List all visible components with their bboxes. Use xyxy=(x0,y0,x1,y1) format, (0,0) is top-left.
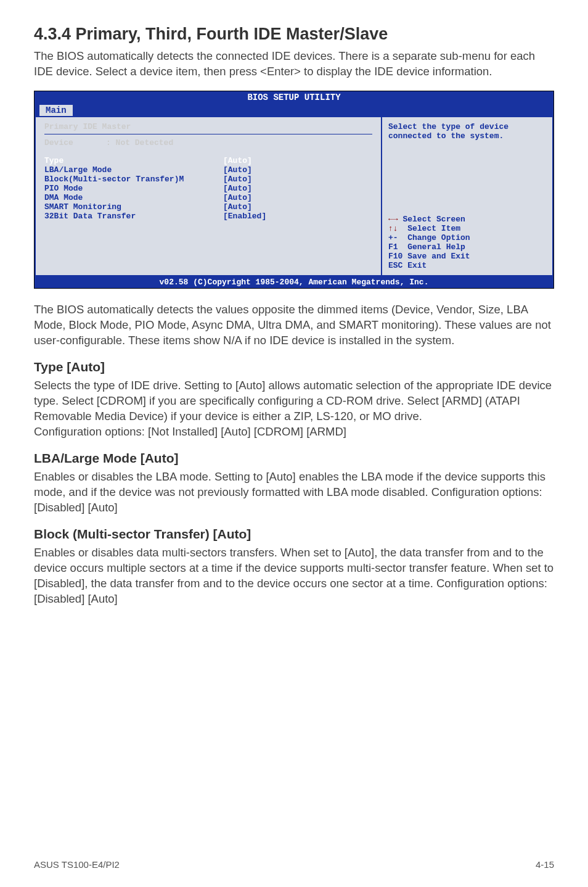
bios-setting-value: [Auto] xyxy=(223,184,252,193)
bios-setting-key: Block(Multi-sector Transfer)M xyxy=(44,175,223,184)
bios-help-text: Select the type of device connected to t… xyxy=(388,122,546,141)
bios-setting-key: LBA/Large Mode xyxy=(44,165,223,175)
arrow-ud-icon: ↑↓ xyxy=(388,224,398,233)
subsection-heading: Block (Multi-sector Transfer) [Auto] xyxy=(34,527,554,542)
bios-setting-value: [Enabled] xyxy=(223,212,266,221)
bios-setting-key: PIO Mode xyxy=(44,184,223,193)
bios-setting-key: 32Bit Data Transfer xyxy=(44,212,223,221)
nav-f10: F10 xyxy=(388,252,402,261)
bios-device-value: : Not Detected xyxy=(106,138,173,147)
nav-select-item: Select Item xyxy=(407,224,460,233)
bios-setting-key: Type xyxy=(44,156,223,165)
bios-setting-value: [Auto] xyxy=(223,193,252,202)
arrow-lr-icon: ←→ xyxy=(388,215,398,224)
bios-screenshot: BIOS SETUP UTILITY Main Primary IDE Mast… xyxy=(34,91,554,289)
bios-setting-key: DMA Mode xyxy=(44,193,223,202)
bios-setting-key: SMART Monitoring xyxy=(44,202,223,212)
bios-left-panel: Primary IDE Master Device : Not Detected… xyxy=(35,116,381,276)
subsection-heading: Type [Auto] xyxy=(34,360,554,374)
nav-plus-minus: +- xyxy=(388,233,398,242)
bios-nav-help: ←→ Select Screen ↑↓ Select Item +- Chang… xyxy=(388,215,546,270)
paragraph-auto-detect: The BIOS automatically detects the value… xyxy=(34,302,554,349)
subsection-body: Enables or disables the LBA mode. Settin… xyxy=(34,469,554,516)
bios-setting-value: [Auto] xyxy=(223,175,252,184)
bios-setting-row: Block(Multi-sector Transfer)M [Auto] xyxy=(44,175,372,184)
bios-tab-main: Main xyxy=(39,105,73,116)
subsection-body: Selects the type of IDE drive. Setting t… xyxy=(34,378,554,440)
bios-setting-value: [Auto] xyxy=(223,202,252,212)
bios-panel-title: Primary IDE Master xyxy=(44,122,372,131)
nav-f1: F1 xyxy=(388,242,398,252)
nav-select-screen: Select Screen xyxy=(402,215,465,224)
intro-paragraph: The BIOS automatically detects the conne… xyxy=(34,49,554,80)
bios-setting-row: DMA Mode [Auto] xyxy=(44,193,372,202)
page-footer: ASUS TS100-E4/PI2 4-15 xyxy=(34,859,554,870)
bios-setting-row: 32Bit Data Transfer [Enabled] xyxy=(44,212,372,221)
nav-general-help: General Help xyxy=(407,242,465,252)
footer-product: ASUS TS100-E4/PI2 xyxy=(34,859,120,870)
section-heading: 4.3.4 Primary, Third, Fourth IDE Master/… xyxy=(34,25,554,44)
bios-setting-row: Type [Auto] xyxy=(44,156,372,165)
nav-save-exit: Save and Exit xyxy=(407,252,470,261)
bios-setting-row: PIO Mode [Auto] xyxy=(44,184,372,193)
bios-setting-value: [Auto] xyxy=(223,165,252,175)
bios-device-row: Device : Not Detected xyxy=(44,138,372,150)
bios-setting-row: SMART Monitoring [Auto] xyxy=(44,202,372,212)
bios-setting-value: [Auto] xyxy=(223,156,252,165)
bios-tab-row: Main xyxy=(35,104,553,116)
nav-exit: Exit xyxy=(407,261,427,270)
nav-esc: ESC xyxy=(388,261,402,270)
bios-setting-row: LBA/Large Mode [Auto] xyxy=(44,165,372,175)
subsection-heading: LBA/Large Mode [Auto] xyxy=(34,451,554,466)
footer-page-number: 4-15 xyxy=(536,859,554,870)
nav-change-option: Change Option xyxy=(407,233,470,242)
subsection-body: Enables or disables data multi-sectors t… xyxy=(34,545,554,607)
bios-right-panel: Select the type of device connected to t… xyxy=(381,116,553,276)
bios-footer: v02.58 (C)Copyright 1985-2004, American … xyxy=(35,276,553,288)
bios-title: BIOS SETUP UTILITY xyxy=(35,91,553,104)
